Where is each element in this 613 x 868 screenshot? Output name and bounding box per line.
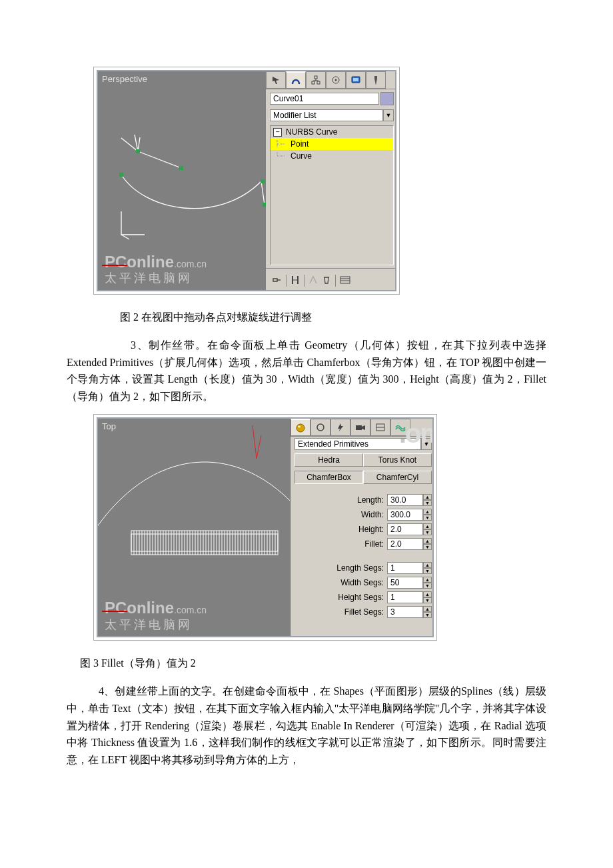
fillet-input[interactable]: [387, 538, 423, 550]
stack-toolbar: [266, 268, 396, 291]
fillet-segs-param: Fillet Segs: ▲▼: [291, 605, 434, 619]
svg-point-11: [335, 79, 337, 81]
length-segs-input[interactable]: [387, 562, 423, 574]
shapes-tab-icon[interactable]: [310, 419, 330, 436]
length-segs-param: Length Segs: ▲▼: [291, 561, 434, 575]
spinner-down-icon[interactable]: ▼: [423, 515, 432, 521]
spinner-up-icon[interactable]: ▲: [423, 562, 432, 568]
height-segs-input[interactable]: [387, 591, 423, 603]
lights-tab-icon[interactable]: [330, 419, 350, 436]
chevron-down-icon: ▼: [421, 438, 432, 450]
category-dropdown[interactable]: ▼: [295, 438, 432, 450]
svg-line-25: [257, 435, 261, 459]
create-subtabs: [291, 419, 434, 437]
stack-root[interactable]: − NURBS Curve: [271, 126, 393, 138]
figure-2-caption: 图 3 Fillet（导角）值为 2: [80, 657, 546, 671]
torusknot-button[interactable]: Torus Knot: [363, 453, 432, 467]
spinner-up-icon[interactable]: ▲: [423, 577, 432, 583]
spinner-down-icon[interactable]: ▼: [423, 583, 432, 589]
motion-tab-icon[interactable]: [326, 71, 346, 89]
width-segs-input[interactable]: [387, 577, 423, 589]
nurbs-curve-drawing: [98, 71, 266, 291]
svg-line-24: [253, 425, 257, 459]
svg-rect-9: [317, 81, 320, 84]
geometry-tab-icon[interactable]: [291, 419, 310, 436]
svg-rect-5: [314, 76, 317, 79]
spinner-down-icon[interactable]: ▼: [423, 568, 432, 574]
modify-panel: ▼ − NURBS Curve Point: [266, 71, 396, 291]
configure-icon[interactable]: [340, 275, 350, 287]
spinner-down-icon[interactable]: ▼: [423, 597, 432, 603]
svg-rect-27: [131, 534, 278, 551]
spinner-up-icon[interactable]: ▲: [423, 509, 432, 515]
svg-rect-3: [261, 179, 265, 183]
pin-icon[interactable]: [271, 275, 282, 287]
stack-point[interactable]: Point: [271, 138, 393, 150]
chamferbox-button[interactable]: ChamferBox: [295, 471, 363, 484]
utilities-tab-icon[interactable]: [366, 71, 386, 89]
spinner-up-icon[interactable]: ▲: [423, 606, 432, 612]
svg-rect-21: [340, 277, 350, 283]
height-param: Height: ▲▼: [291, 522, 434, 537]
svg-rect-1: [179, 166, 183, 170]
paragraph-3: 3、制作丝带。在命令面板上单击 Geometry（几何体）按钮，在其下拉列表中选…: [67, 337, 546, 405]
chamfercyl-button[interactable]: ChamferCyl: [363, 471, 432, 484]
figure-1-caption: 图 2 在视图中拖动各点对螺旋线进行调整: [120, 311, 546, 325]
svg-point-83: [298, 425, 301, 427]
modifier-stack[interactable]: − NURBS Curve Point Curve: [270, 125, 394, 265]
remove-modifier-icon[interactable]: [322, 275, 331, 287]
width-param: Width: ▲▼: [291, 507, 434, 522]
create-panel: .om ▼ Hedra Torus Knot: [291, 419, 434, 637]
spinner-down-icon[interactable]: ▼: [423, 529, 432, 535]
spinner-down-icon[interactable]: ▼: [423, 500, 432, 506]
modify-tab-icon[interactable]: [286, 71, 306, 89]
spacewarps-tab-icon[interactable]: [390, 419, 410, 436]
length-param: Length: ▲▼: [291, 493, 434, 507]
height-segs-param: Height Segs: ▲▼: [291, 590, 434, 605]
make-unique-icon[interactable]: [308, 275, 318, 287]
minus-icon[interactable]: −: [273, 128, 282, 137]
svg-point-82: [297, 424, 305, 432]
viewport-label: Top: [102, 421, 116, 431]
stack-curve[interactable]: Curve: [271, 150, 393, 162]
modifier-list-dropdown[interactable]: ▼: [270, 109, 394, 121]
figure-2-screenshot: Top: [93, 414, 437, 641]
spinner-up-icon[interactable]: ▲: [423, 591, 432, 597]
paragraph-4: 4、创建丝带上面的文字。在创建命令面板中，在 Shapes（平面图形）层级的Sp…: [67, 683, 546, 768]
height-input[interactable]: [387, 523, 423, 535]
svg-rect-85: [356, 425, 362, 430]
width-input[interactable]: [387, 509, 423, 521]
svg-rect-8: [312, 81, 314, 84]
arrow-icon[interactable]: [266, 71, 286, 89]
object-color-swatch[interactable]: [380, 92, 394, 105]
fillet-segs-input[interactable]: [387, 606, 423, 618]
figure-1-screenshot: Perspective: [93, 67, 400, 295]
hedra-button[interactable]: Hedra: [295, 453, 363, 467]
command-panel-tabs: [266, 71, 396, 89]
length-input[interactable]: [387, 494, 423, 506]
top-viewport: Top: [98, 419, 291, 637]
viewport-label: Perspective: [102, 74, 147, 84]
svg-rect-13: [353, 78, 358, 81]
helpers-tab-icon[interactable]: [370, 419, 390, 436]
svg-rect-2: [119, 173, 123, 177]
perspective-viewport: Perspective: [98, 71, 266, 291]
chamferbox-drawing: [98, 419, 290, 637]
spinner-up-icon[interactable]: ▲: [423, 494, 432, 500]
fillet-param: Fillet: ▲▼: [291, 537, 434, 551]
cameras-tab-icon[interactable]: [350, 419, 370, 436]
svg-rect-4: [263, 203, 266, 207]
display-tab-icon[interactable]: [346, 71, 366, 89]
object-name-input[interactable]: [270, 93, 379, 105]
chevron-down-icon: ▼: [383, 109, 394, 121]
spinner-up-icon[interactable]: ▲: [423, 538, 432, 544]
spinner-down-icon[interactable]: ▼: [423, 612, 432, 618]
width-segs-param: Width Segs: ▲▼: [291, 575, 434, 590]
hierarchy-tab-icon[interactable]: [306, 71, 326, 89]
svg-point-84: [317, 424, 324, 431]
spinner-down-icon[interactable]: ▼: [423, 544, 432, 550]
svg-rect-0: [136, 149, 140, 153]
show-end-icon[interactable]: [291, 275, 300, 287]
spinner-up-icon[interactable]: ▲: [423, 523, 432, 529]
